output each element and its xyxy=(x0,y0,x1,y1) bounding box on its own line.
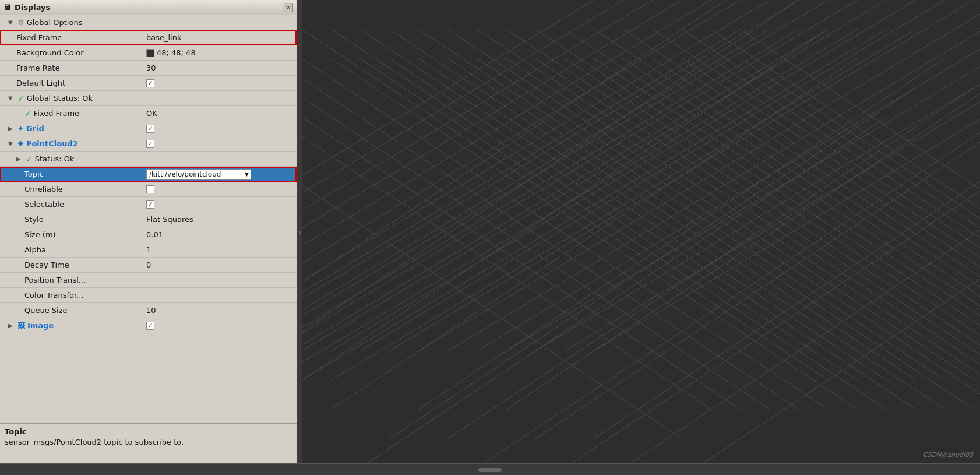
size-value: 0.01 xyxy=(146,230,163,239)
grid-svg xyxy=(302,0,980,463)
tree-container: ▼ ⚙ Global Options Fixed Frame base_link… xyxy=(0,15,297,423)
unreliable-checkbox[interactable] xyxy=(146,185,154,193)
tree-row-size[interactable]: Size (m) 0.01 xyxy=(0,227,297,242)
tree-row-style[interactable]: Style Flat Squares xyxy=(0,212,297,227)
default-light-label: Default Light xyxy=(16,79,65,87)
style-label: Style xyxy=(24,215,44,224)
check-icon-global-status: ✓ xyxy=(17,94,24,103)
description-title: Topic xyxy=(5,427,292,436)
decay-time-value: 0 xyxy=(146,261,151,269)
color-swatch-bg[interactable] xyxy=(146,49,154,57)
tree-row-global-options[interactable]: ▼ ⚙ Global Options xyxy=(0,15,297,30)
arrow-status-ok[interactable]: ▶ xyxy=(16,156,23,162)
description-area: Topic sensor_msgs/PointCloud2 topic to s… xyxy=(0,423,297,463)
alpha-value: 1 xyxy=(146,245,151,254)
background-color-value: 48; 48; 48 xyxy=(157,48,196,57)
fixed-frame-value: base_link xyxy=(146,33,181,42)
tree-row-fixed-frame[interactable]: Fixed Frame base_link xyxy=(0,30,297,45)
fixed-frame-ok-value: OK xyxy=(146,109,157,118)
arrow-grid[interactable]: ▶ xyxy=(8,125,15,132)
pointcloud2-icon: ✸ xyxy=(17,139,24,148)
selectable-label: Selectable xyxy=(24,200,64,209)
panel-title: 🖥 Displays xyxy=(3,3,50,12)
image-checkbox[interactable] xyxy=(146,322,154,330)
frame-rate-value: 30 xyxy=(146,64,156,72)
watermark-text: CSDN@zhudj08 xyxy=(923,451,973,459)
arrow-global-options[interactable]: ▼ xyxy=(8,19,15,26)
default-light-checkbox[interactable] xyxy=(146,79,154,87)
size-label: Size (m) xyxy=(24,230,56,239)
check-icon-status-ok: ✓ xyxy=(26,154,33,164)
tree-row-global-status[interactable]: ▼ ✓ Global Status: Ok xyxy=(0,91,297,106)
fixed-frame-label: Fixed Frame xyxy=(16,33,62,42)
left-panel: 🖥 Displays × ▼ ⚙ Global Options Fixed Fr… xyxy=(0,0,297,463)
tree-row-topic[interactable]: Topic /kitti/velo/pointcloud ▼ xyxy=(0,167,297,182)
tree-row-queue-size[interactable]: Queue Size 10 xyxy=(0,303,297,318)
description-body: sensor_msgs/PointCloud2 topic to subscri… xyxy=(5,438,292,446)
style-value: Flat Squares xyxy=(146,215,193,224)
alpha-label: Alpha xyxy=(24,245,46,254)
selectable-checkbox[interactable] xyxy=(146,200,154,209)
fixed-frame-ok-label: Fixed Frame xyxy=(34,109,79,118)
pointcloud2-checkbox[interactable] xyxy=(146,140,154,148)
topic-dropdown[interactable]: /kitti/velo/pointcloud ▼ xyxy=(146,169,251,180)
arrow-image[interactable]: ▶ xyxy=(8,322,15,329)
tree-row-image[interactable]: ▶ 🖼 Image xyxy=(0,318,297,333)
check-icon-fixed-frame-ok: ✓ xyxy=(24,109,31,118)
panel-title-text: Displays xyxy=(15,3,50,12)
svg-rect-0 xyxy=(302,0,980,463)
image-label: Image xyxy=(27,321,54,330)
pointcloud2-label: PointCloud2 xyxy=(26,139,78,148)
tree-row-selectable[interactable]: Selectable xyxy=(0,197,297,212)
tree-row-status-ok[interactable]: ▶ ✓ Status: Ok xyxy=(0,152,297,167)
bottom-bar xyxy=(0,463,980,475)
bottom-bar-handle[interactable] xyxy=(478,468,502,472)
queue-size-label: Queue Size xyxy=(24,306,68,315)
dropdown-arrow-icon: ▼ xyxy=(245,171,249,177)
monitor-icon: 🖥 xyxy=(3,3,11,12)
panel-titlebar: 🖥 Displays × xyxy=(0,0,297,15)
tree-row-alpha[interactable]: Alpha 1 xyxy=(0,242,297,258)
global-options-label: Global Options xyxy=(27,18,83,27)
topic-dropdown-value: /kitti/velo/pointcloud xyxy=(149,170,221,178)
tree-row-grid[interactable]: ▶ ✦ Grid xyxy=(0,121,297,136)
color-transfor-label: Color Transfor... xyxy=(24,291,84,300)
tree-row-frame-rate[interactable]: Frame Rate 30 xyxy=(0,61,297,76)
resize-handle[interactable]: ··· xyxy=(297,0,302,463)
global-status-label: Global Status: Ok xyxy=(27,94,93,103)
grid-label: Grid xyxy=(26,124,44,133)
grid-checkbox[interactable] xyxy=(146,125,154,133)
background-color-label: Background Color xyxy=(16,48,84,57)
frame-rate-label: Frame Rate xyxy=(16,64,59,72)
tree-row-background-color[interactable]: Background Color 48; 48; 48 xyxy=(0,45,297,61)
3d-view[interactable]: CSDN@zhudj08 xyxy=(302,0,980,463)
unreliable-label: Unreliable xyxy=(24,185,63,193)
tree-row-position-transf[interactable]: Position Transf... xyxy=(0,273,297,288)
grid-icon: ✦ xyxy=(17,124,24,133)
image-icon: 🖼 xyxy=(17,321,25,330)
tree-row-decay-time[interactable]: Decay Time 0 xyxy=(0,258,297,273)
tree-row-color-transfor[interactable]: Color Transfor... xyxy=(0,288,297,303)
panel-close-button[interactable]: × xyxy=(284,3,293,12)
position-transf-label: Position Transf... xyxy=(24,276,86,284)
main-layout: 🖥 Displays × ▼ ⚙ Global Options Fixed Fr… xyxy=(0,0,980,463)
arrow-global-status[interactable]: ▼ xyxy=(8,95,15,101)
arrow-pointcloud2[interactable]: ▼ xyxy=(8,140,15,147)
queue-size-value: 10 xyxy=(146,306,156,315)
decay-time-label: Decay Time xyxy=(24,261,69,269)
topic-label: Topic xyxy=(24,170,44,178)
tree-row-fixed-frame-ok[interactable]: ✓ Fixed Frame OK xyxy=(0,106,297,121)
tree-row-unreliable[interactable]: Unreliable xyxy=(0,182,297,197)
gear-icon: ⚙ xyxy=(17,18,24,27)
tree-row-default-light[interactable]: Default Light xyxy=(0,76,297,91)
status-ok-label: Status: Ok xyxy=(35,154,75,163)
tree-row-pointcloud2[interactable]: ▼ ✸ PointCloud2 xyxy=(0,136,297,152)
